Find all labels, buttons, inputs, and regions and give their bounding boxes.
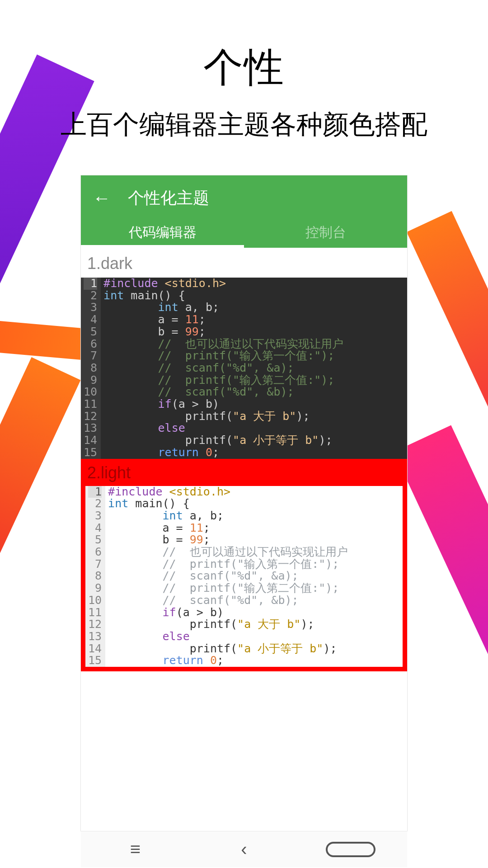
theme-preview-light[interactable]: 123456789101112131415 #include <stdio.h>… [85,486,403,667]
theme-preview-dark[interactable]: 123456789101112131415 #include <stdio.h>… [81,278,407,459]
app-bar: ← 个性化主题 代码编辑器 控制台 [81,175,407,248]
nav-menu-icon[interactable]: ≡ [108,839,162,859]
tab-code-editor[interactable]: 代码编辑器 [81,221,244,248]
theme-label-dark[interactable]: 1.dark [81,248,407,278]
page-title: 个性 [0,41,488,94]
decoration-bar [394,425,488,714]
tab-console[interactable]: 控制台 [244,221,407,248]
tab-bar: 代码编辑器 控制台 [81,221,407,248]
nav-home-icon[interactable] [326,842,380,857]
android-nav-bar: ≡ ‹ [81,831,407,867]
appbar-title: 个性化主题 [128,187,209,209]
nav-back-icon[interactable]: ‹ [217,839,271,859]
page-subtitle: 上百个编辑器主题各种颜色搭配 [0,107,488,142]
theme-label-light[interactable]: 2.light [81,459,407,486]
back-icon[interactable]: ← [93,189,111,207]
decoration-bar [0,357,80,601]
phone-frame: ← 个性化主题 代码编辑器 控制台 1.dark 123456789101112… [81,175,407,831]
